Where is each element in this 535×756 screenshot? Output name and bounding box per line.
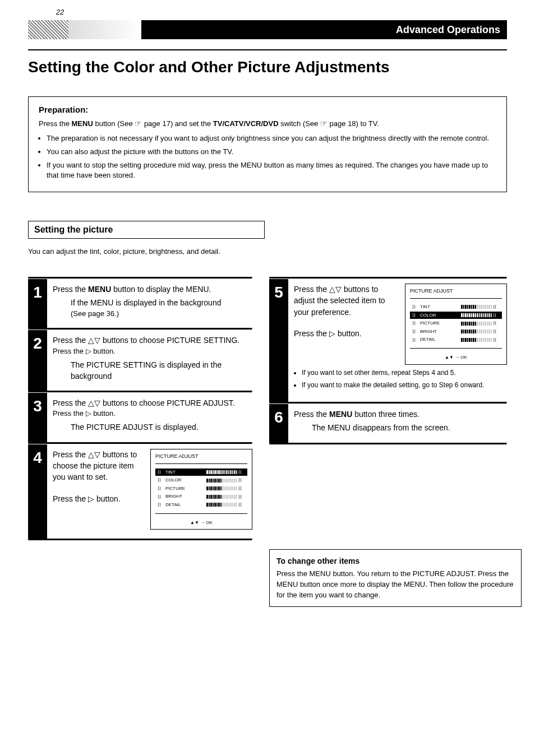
arrows-left-icon: ⟩⟩: [412, 305, 419, 309]
page-ref-icon: ☞: [320, 119, 328, 128]
step-rule: [28, 539, 252, 541]
osd-row: ⟩⟩COLOR⟨⟨: [155, 476, 247, 484]
osd-item-label: PICTURE: [420, 320, 461, 327]
arrows-left-icon: ⟩⟩: [412, 338, 419, 342]
banner-fade: [68, 20, 141, 39]
prep-bullet: If you want to stop the setting procedur…: [47, 160, 496, 180]
level-bar: [206, 486, 237, 490]
arrows-right-icon: ⟨⟨: [238, 478, 245, 482]
step-bullet: If you want to set other items, repeat S…: [302, 368, 507, 377]
arrows-right-icon: ⟨⟨: [238, 470, 245, 474]
step-text: Press the MENU button to display the MEN…: [53, 284, 252, 295]
osd-item-label: TINT: [165, 469, 206, 476]
osd-row: ⟩⟩PICTURE⟨⟨: [410, 319, 502, 327]
level-bar: [461, 305, 492, 309]
osd-separator: [410, 298, 502, 299]
to-change-box: To change other items Press the MENU but…: [269, 549, 522, 607]
arrows-right-icon: ⟨⟨: [493, 305, 500, 309]
step-number: 3: [28, 393, 47, 442]
osd-picture-adjust: PICTURE ADJUST ⟩⟩TINT⟨⟨⟩⟩COLOR⟨⟨⟩⟩PICTUR…: [150, 449, 252, 530]
preparation-box: Preparation: Press the MENU button (See …: [28, 96, 507, 192]
step-2: 2 Press the △▽ buttons to choose PICTURE…: [28, 330, 252, 391]
arrows-left-icon: ⟩⟩: [158, 470, 164, 474]
to-change-heading: To change other items: [276, 555, 514, 567]
level-bar: [206, 503, 237, 507]
osd-item-label: TINT: [420, 304, 461, 310]
osd-hint: ▲▼ → OK: [410, 354, 502, 361]
osd-title: PICTURE ADJUST: [410, 287, 502, 295]
step-rule: [269, 443, 507, 445]
step-text: Press the △▽ buttons to adjust the selec…: [294, 284, 399, 318]
level-bar: [206, 495, 237, 499]
osd-row: ⟩⟩COLOR⟨⟨: [410, 312, 502, 319]
prep-tvvcr: TV/CATV/VCR/DVD: [213, 119, 279, 128]
step-number: 1: [28, 279, 47, 328]
level-bar: [461, 338, 492, 342]
step-text: Press the ▷ button.: [53, 409, 252, 419]
arrows-right-icon: ⟨⟨: [493, 321, 500, 325]
prep-text: page 18) to TV.: [330, 119, 379, 128]
section-header-bar: Advanced Operations: [28, 20, 507, 39]
osd-separator: [410, 348, 502, 349]
osd-separator: [155, 463, 247, 464]
step-ref: (See page 36.): [71, 309, 252, 319]
osd-item-label: PICTURE: [165, 485, 206, 492]
arrows-left-icon: ⟩⟩: [158, 495, 164, 499]
preparation-bullets: The preparation is not necessary if you …: [47, 133, 496, 181]
step-6: 6 Press the MENU button three times. The…: [269, 404, 507, 443]
osd-row: ⟩⟩DETAIL⟨⟨: [410, 336, 502, 344]
prep-text: button (See: [95, 119, 135, 128]
step-result: If the MENU is displayed in the backgrou…: [71, 297, 252, 308]
arrows-right-icon: ⟨⟨: [493, 338, 500, 342]
arrows-left-icon: ⟩⟩: [412, 313, 419, 317]
chapter-title: Setting the Color and Other Picture Adju…: [28, 58, 507, 76]
osd-picture-adjust: PICTURE ADJUST ⟩⟩TINT⟨⟨⟩⟩COLOR⟨⟨⟩⟩PICTUR…: [405, 284, 507, 365]
osd-title: PICTURE ADJUST: [155, 453, 247, 460]
step-bullets: If you want to set other items, repeat S…: [302, 368, 507, 389]
subsection-heading: Setting the picture: [28, 221, 265, 239]
osd-item-label: COLOR: [165, 477, 206, 484]
arrows-right-icon: ⟨⟨: [238, 495, 245, 499]
step-result: The PICTURE SETTING is displayed in the …: [71, 359, 252, 382]
prep-menu-btn: MENU: [72, 119, 93, 128]
section-title: Advanced Operations: [396, 20, 500, 39]
osd-row: ⟩⟩BRIGHT⟨⟨: [410, 328, 502, 336]
osd-hint: ▲▼ → OK: [155, 520, 247, 526]
osd-item-label: BRIGHT: [165, 493, 206, 500]
step-5: 5 Press the △▽ buttons to adjust the sel…: [269, 279, 507, 402]
step-text: Press the ▷ button.: [53, 493, 145, 504]
step-4: 4 Press the △▽ buttons to choose the pic…: [28, 444, 252, 539]
step-text: Press the △▽ buttons to choose PICTURE S…: [53, 335, 252, 346]
arrows-left-icon: ⟩⟩: [158, 503, 164, 507]
step-text: Press the △▽ buttons to choose PICTURE A…: [53, 397, 252, 409]
preparation-line: Press the MENU button (See ☞ page 17) an…: [39, 118, 496, 130]
osd-item-label: COLOR: [420, 312, 461, 319]
preparation-heading: Preparation:: [39, 105, 496, 114]
level-bar: [461, 330, 492, 333]
prep-text: switch (See: [280, 119, 320, 128]
osd-row: ⟩⟩TINT⟨⟨: [410, 303, 502, 311]
step-bullet: If you want to make the detailed setting…: [302, 381, 507, 389]
section-underline: [28, 49, 507, 50]
level-bar: [461, 313, 492, 317]
arrows-left-icon: ⟩⟩: [158, 478, 164, 482]
step-3: 3 Press the △▽ buttons to choose PICTURE…: [28, 393, 252, 442]
page-number: 22: [53, 8, 67, 16]
intro-text: You can adjust the tint, color, picture,…: [28, 247, 252, 257]
arrows-right-icon: ⟨⟨: [493, 313, 500, 317]
osd-row: ⟩⟩DETAIL⟨⟨: [155, 501, 247, 509]
step-number: 5: [269, 279, 288, 402]
step-text: Press the MENU button three times.: [294, 409, 507, 420]
level-bar: [461, 322, 492, 326]
step-result: The MENU disappears from the screen.: [312, 422, 507, 433]
page-ref-icon: ☞: [135, 119, 142, 128]
osd-separator: [155, 513, 247, 514]
osd-rows: ⟩⟩TINT⟨⟨⟩⟩COLOR⟨⟨⟩⟩PICTURE⟨⟨⟩⟩BRIGHT⟨⟨⟩⟩…: [155, 469, 247, 509]
osd-rows: ⟩⟩TINT⟨⟨⟩⟩COLOR⟨⟨⟩⟩PICTURE⟨⟨⟩⟩BRIGHT⟨⟨⟩⟩…: [410, 303, 502, 344]
arrows-right-icon: ⟨⟨: [238, 503, 245, 507]
banner-hatch: [28, 20, 68, 39]
level-bar: [206, 479, 237, 483]
osd-item-label: DETAIL: [420, 336, 461, 343]
step-number: 2: [28, 330, 47, 391]
step-1: 1 Press the MENU button to display the M…: [28, 279, 252, 328]
